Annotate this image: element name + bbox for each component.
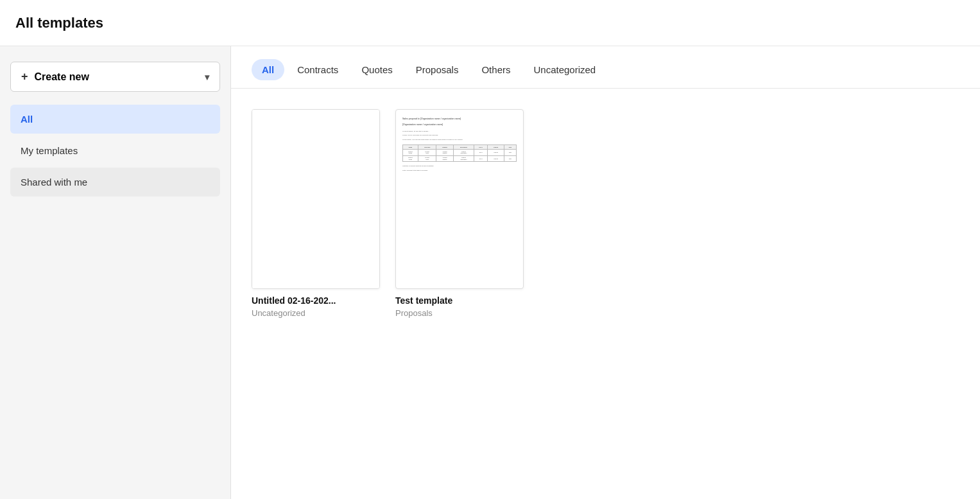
sidebar-item-shared-with-me[interactable]: Shared with me [10,168,220,197]
tab-others[interactable]: Others [471,59,520,80]
tab-all[interactable]: All [252,59,284,80]
template-category: Uncategorized [252,308,380,318]
page-title: All templates [15,15,103,31]
sidebar: + Create new ▾ All My templates Shared w… [0,46,231,499]
tab-uncategorized[interactable]: Uncategorized [523,59,606,80]
template-card[interactable]: Sales proposal to [Organization name / o… [395,109,524,318]
templates-grid: Untitled 02-16-202... Uncategorized Sale… [231,89,980,338]
plus-icon: + [21,70,28,83]
sidebar-item-my-templates[interactable]: My templates [10,136,220,165]
create-new-label: Create new [35,71,89,83]
tab-contracts[interactable]: Contracts [287,59,348,80]
template-thumbnail-empty [252,109,380,289]
template-thumbnail-content: Sales proposal to [Organization name / o… [395,109,524,289]
filter-tabs: All Contracts Quotes Proposals Others Un… [231,46,980,89]
template-name: Untitled 02-16-202... [252,295,380,306]
page-header: All templates [0,0,980,46]
template-category: Proposals [395,308,524,318]
chevron-down-icon: ▾ [205,72,209,82]
content-area: All Contracts Quotes Proposals Others Un… [231,46,980,499]
tab-quotes[interactable]: Quotes [351,59,402,80]
template-card[interactable]: Untitled 02-16-202... Uncategorized [252,109,380,318]
tab-proposals[interactable]: Proposals [406,59,469,80]
main-layout: + Create new ▾ All My templates Shared w… [0,46,980,499]
sidebar-item-all[interactable]: All [10,105,220,134]
create-new-button[interactable]: + Create new ▾ [10,62,220,92]
template-name: Test template [395,295,524,306]
